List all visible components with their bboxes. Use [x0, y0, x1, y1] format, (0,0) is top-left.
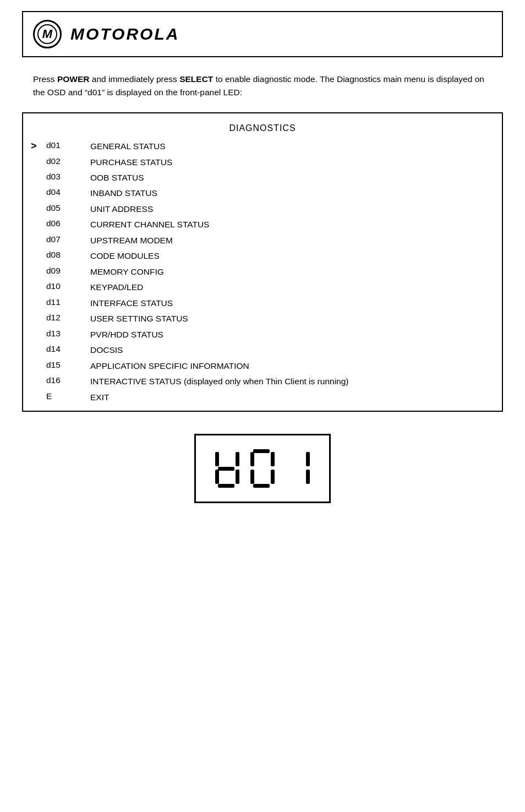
row-arrow — [23, 264, 41, 280]
motorola-m-icon: M — [37, 24, 57, 44]
led-section — [22, 434, 503, 503]
row-label: PVR/HDD STATUS — [79, 327, 502, 342]
row-code: E — [41, 390, 79, 405]
row-arrow — [23, 358, 41, 374]
row-arrow — [23, 201, 41, 217]
svg-rect-13 — [250, 452, 254, 466]
row-code: d04 — [41, 186, 79, 201]
row-arrow — [23, 186, 41, 201]
table-row: d12USER SETTING STATUS — [23, 311, 502, 326]
table-row: d04INBAND STATUS — [23, 186, 502, 201]
row-label: EXIT — [79, 390, 502, 405]
svg-rect-8 — [253, 449, 270, 453]
row-code: d10 — [41, 280, 79, 295]
row-code: d07 — [41, 233, 79, 248]
svg-rect-12 — [250, 470, 254, 484]
diagnostics-table: >d01GENERAL STATUSd02PURCHASE STATUSd03O… — [23, 139, 502, 405]
table-row: d15APPLICATION SPECIFIC INFORMATION — [23, 358, 502, 374]
row-label: CODE MODULES — [79, 248, 502, 264]
svg-rect-6 — [236, 470, 239, 484]
row-label: MEMORY CONFIG — [79, 264, 502, 280]
row-label: APPLICATION SPECIFIC INFORMATION — [79, 358, 502, 374]
diagnostics-box: DIAGNOSTICS >d01GENERAL STATUSd02PURCHAS… — [22, 112, 503, 412]
row-code: d09 — [41, 264, 79, 280]
intro-paragraph: Press POWER and immediately press SELECT… — [33, 73, 492, 99]
row-label: GENERAL STATUS — [79, 139, 502, 154]
svg-rect-11 — [253, 484, 270, 488]
row-code: d15 — [41, 358, 79, 374]
motorola-logo-circle: M — [33, 20, 62, 48]
row-label: UPSTREAM MODEM — [79, 233, 502, 248]
row-label: DOCSIS — [79, 342, 502, 358]
row-arrow — [23, 280, 41, 295]
table-row: d07UPSTREAM MODEM — [23, 233, 502, 248]
svg-rect-4 — [215, 452, 219, 466]
power-keyword: POWER — [57, 74, 90, 84]
table-row: d11INTERFACE STATUS — [23, 296, 502, 311]
svg-rect-2 — [218, 484, 234, 488]
row-arrow — [23, 170, 41, 186]
row-code: d02 — [41, 155, 79, 170]
row-arrow — [23, 342, 41, 358]
row-arrow — [23, 217, 41, 232]
row-label: USER SETTING STATUS — [79, 311, 502, 326]
row-label: PURCHASE STATUS — [79, 155, 502, 170]
svg-rect-9 — [271, 452, 275, 466]
row-arrow — [23, 155, 41, 170]
table-row: d05UNIT ADDRESS — [23, 201, 502, 217]
row-code: d11 — [41, 296, 79, 311]
row-arrow — [23, 233, 41, 248]
svg-rect-10 — [271, 470, 275, 484]
table-row: >d01GENERAL STATUS — [23, 139, 502, 154]
svg-rect-15 — [306, 470, 310, 484]
row-arrow — [23, 311, 41, 326]
row-arrow — [23, 374, 41, 389]
table-row: d16INTERACTIVE STATUS (displayed only wh… — [23, 374, 502, 389]
row-label: UNIT ADDRESS — [79, 201, 502, 217]
row-code: d01 — [41, 139, 79, 154]
page-wrapper: M MOTOROLA Press POWER and immediately p… — [0, 0, 525, 514]
intro-text-before-power: Press — [33, 74, 57, 84]
diagnostics-title: DIAGNOSTICS — [23, 119, 502, 139]
svg-rect-14 — [306, 452, 310, 466]
table-row: EEXIT — [23, 390, 502, 405]
select-keyword: SELECT — [179, 74, 213, 84]
row-code: d14 — [41, 342, 79, 358]
svg-text:M: M — [42, 27, 53, 41]
svg-rect-5 — [218, 467, 234, 471]
table-row: d06CURRENT CHANNEL STATUS — [23, 217, 502, 232]
table-row: d13PVR/HDD STATUS — [23, 327, 502, 342]
row-code: d08 — [41, 248, 79, 264]
brand-name: MOTOROLA — [70, 25, 179, 43]
row-code: d06 — [41, 217, 79, 232]
table-row: d14DOCSIS — [23, 342, 502, 358]
row-label: INTERACTIVE STATUS (displayed only when … — [79, 374, 502, 389]
led-char-d — [212, 446, 242, 491]
led-char-1 — [283, 446, 313, 491]
row-code: d03 — [41, 170, 79, 186]
row-arrow — [23, 296, 41, 311]
led-char-0 — [248, 446, 277, 491]
row-code: d12 — [41, 311, 79, 326]
table-row: d09MEMORY CONFIG — [23, 264, 502, 280]
row-label: CURRENT CHANNEL STATUS — [79, 217, 502, 232]
table-row: d10KEYPAD/LED — [23, 280, 502, 295]
row-label: OOB STATUS — [79, 170, 502, 186]
row-arrow — [23, 248, 41, 264]
row-code: d16 — [41, 374, 79, 389]
table-row: d02PURCHASE STATUS — [23, 155, 502, 170]
row-label: KEYPAD/LED — [79, 280, 502, 295]
row-arrow — [23, 327, 41, 342]
row-label: INBAND STATUS — [79, 186, 502, 201]
table-row: d08CODE MODULES — [23, 248, 502, 264]
row-arrow — [23, 390, 41, 405]
header-box: M MOTOROLA — [22, 11, 503, 57]
table-row: d03OOB STATUS — [23, 170, 502, 186]
row-label: INTERFACE STATUS — [79, 296, 502, 311]
row-code: d13 — [41, 327, 79, 342]
row-arrow: > — [23, 139, 41, 154]
svg-rect-7 — [236, 452, 239, 466]
row-code: d05 — [41, 201, 79, 217]
svg-rect-3 — [215, 470, 219, 484]
intro-text-mid: and immediately press — [90, 74, 180, 84]
